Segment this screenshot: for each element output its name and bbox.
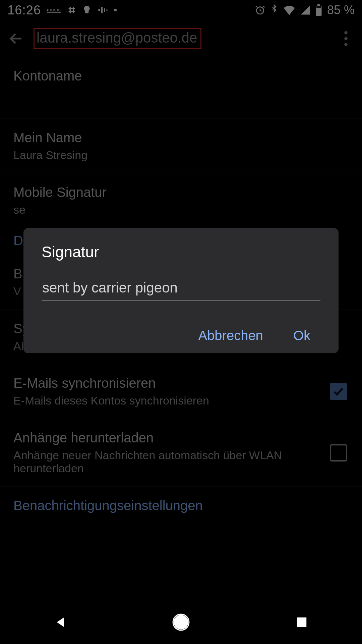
- square-recents-icon: [295, 616, 308, 629]
- svg-rect-18: [297, 618, 307, 627]
- svg-point-16: [174, 615, 188, 629]
- signature-dialog: Signatur Abbrechen Ok: [23, 228, 339, 353]
- nav-back-button[interactable]: [40, 602, 80, 642]
- dialog-scrim[interactable]: Signatur Abbrechen Ok: [0, 0, 362, 644]
- dialog-title: Signatur: [42, 243, 320, 261]
- system-nav-bar: [0, 600, 362, 644]
- nav-home-button[interactable]: [161, 602, 201, 642]
- signature-input[interactable]: [42, 276, 320, 301]
- circle-home-icon: [172, 613, 190, 631]
- ok-button[interactable]: Ok: [293, 328, 310, 343]
- cancel-button[interactable]: Abbrechen: [198, 328, 263, 343]
- triangle-back-icon: [53, 615, 67, 629]
- nav-recents-button[interactable]: [282, 602, 322, 642]
